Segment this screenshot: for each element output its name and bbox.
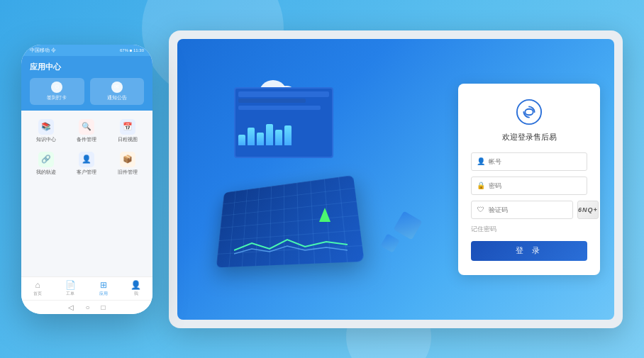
phone-bottom-nav: ⌂ 首页 📄 工单 ⊞ 应用 👤 我 — [21, 276, 152, 300]
home-nav-label: 首页 — [33, 291, 42, 297]
workorder-nav-label: 工单 — [66, 291, 74, 297]
tablet-chart — [235, 113, 332, 148]
main-scene: 中国移动 令 67% ■ 11:30 应用中心 ⊙ 签到打卡 ✉ 通知公告 📚 … — [0, 0, 644, 358]
track-label: 我的轨迹 — [36, 169, 56, 176]
remember-row: 记住密码 — [471, 225, 587, 234]
chart-bar-1 — [238, 135, 245, 145]
svg-point-0 — [517, 99, 541, 123]
nav-me[interactable]: 👤 我 — [120, 280, 152, 297]
status-left: 中国移动 令 — [30, 47, 56, 54]
nav-workorder[interactable]: 📄 工单 — [54, 280, 87, 297]
laptop-illustration — [177, 39, 461, 320]
phone-status-bar: 中国移动 令 67% ■ 11:30 — [21, 45, 152, 56]
notice-label: 通知公告 — [107, 94, 127, 101]
laptop-screen: 欢迎登录售后易 👤 🔒 🛡 6NQ+ 记住密码 — [177, 39, 614, 320]
tablet-bar-3 — [238, 106, 321, 110]
checkin-label: 签到打卡 — [47, 94, 67, 101]
checkin-icon: ⊙ — [51, 82, 62, 93]
tablet-bar-2 — [238, 99, 306, 103]
captcha-image[interactable]: 6NQ+ — [577, 201, 599, 219]
track-icon: 🔗 — [38, 152, 54, 167]
lock-icon: 🔒 — [476, 181, 486, 189]
copyright-text: Copyright © 典后易 All Rights Reserved. 粤IC… — [458, 264, 600, 271]
chart-bar-3 — [257, 133, 264, 145]
home-gesture[interactable]: ○ — [85, 303, 89, 311]
grid-item-schedule[interactable]: 📅 日程视图 — [109, 116, 147, 146]
grid-item-customer[interactable]: 👤 客户管理 — [68, 149, 106, 179]
password-input[interactable] — [489, 182, 582, 189]
parts-label: 备件管理 — [77, 136, 96, 143]
schedule-label: 日程视图 — [118, 136, 138, 143]
apps-nav-label: 应用 — [99, 291, 108, 297]
me-nav-label: 我 — [134, 291, 138, 297]
grid-item-oldparts[interactable]: 📦 旧件管理 — [109, 149, 147, 179]
phone-app-center-title: 应用中心 — [30, 62, 144, 72]
captcha-field: 🛡 — [471, 201, 573, 219]
iso-scene — [191, 66, 447, 293]
logo-icon — [515, 98, 543, 126]
login-panel: 欢迎登录售后易 👤 🔒 🛡 6NQ+ 记住密码 — [458, 84, 600, 275]
shortcut-notice[interactable]: ✉ 通知公告 — [90, 78, 145, 105]
wave-chart — [234, 236, 348, 257]
phone-body: 📚 知识中心 🔍 备件管理 📅 日程视图 🔗 我的轨迹 👤 客户管 — [21, 111, 152, 276]
phone-gesture-bar: ◁ ○ □ — [21, 300, 152, 314]
schedule-icon: 📅 — [120, 119, 135, 135]
oldparts-icon: 📦 — [120, 152, 135, 167]
laptop-mockup: 欢迎登录售后易 👤 🔒 🛡 6NQ+ 记住密码 — [169, 30, 623, 328]
float-cube-1 — [394, 211, 423, 240]
apps-nav-icon: ⊞ — [100, 280, 107, 290]
login-logo — [471, 98, 587, 126]
chart-bar-2 — [248, 128, 255, 145]
password-field: 🔒 — [471, 177, 587, 195]
knowledge-icon: 📚 — [38, 119, 54, 135]
shield-icon: 🛡 — [476, 206, 486, 213]
chart-bar-6 — [284, 125, 292, 145]
grid-item-knowledge[interactable]: 📚 知识中心 — [27, 116, 65, 146]
username-input[interactable] — [489, 158, 582, 165]
oldparts-label: 旧件管理 — [118, 169, 138, 176]
recent-gesture[interactable]: □ — [101, 303, 106, 311]
chart-bar-5 — [275, 130, 282, 145]
user-icon: 👤 — [476, 157, 486, 165]
trend-arrow — [319, 208, 331, 222]
username-field: 👤 — [471, 152, 587, 171]
phone-mockup: 中国移动 令 67% ■ 11:30 应用中心 ⊙ 签到打卡 ✉ 通知公告 📚 … — [21, 45, 152, 314]
back-gesture[interactable]: ◁ — [68, 303, 74, 311]
parts-icon: 🔍 — [79, 119, 94, 135]
notice-icon: ✉ — [111, 82, 123, 93]
float-cube-2 — [381, 233, 400, 252]
me-nav-icon: 👤 — [131, 280, 141, 290]
chart-bar-4 — [266, 124, 273, 145]
nav-home[interactable]: ⌂ 首页 — [21, 280, 54, 297]
nav-apps[interactable]: ⊞ 应用 — [87, 280, 120, 297]
knowledge-label: 知识中心 — [36, 136, 56, 143]
phone-app-grid: 📚 知识中心 🔍 备件管理 📅 日程视图 🔗 我的轨迹 👤 客户管 — [27, 116, 147, 179]
logo-svg — [516, 99, 543, 125]
tablet-screen — [234, 87, 333, 158]
phone-shortcuts: ⊙ 签到打卡 ✉ 通知公告 — [30, 78, 144, 105]
tablet-bar-1 — [238, 91, 329, 97]
grid-item-parts[interactable]: 🔍 备件管理 — [68, 116, 106, 146]
captcha-row: 🛡 6NQ+ — [471, 201, 587, 219]
status-right: 67% ■ 11:30 — [120, 48, 144, 52]
shortcut-checkin[interactable]: ⊙ 签到打卡 — [30, 78, 84, 105]
customer-icon: 👤 — [79, 152, 94, 167]
grid-item-track[interactable]: 🔗 我的轨迹 — [27, 149, 65, 179]
phone-header: 应用中心 ⊙ 签到打卡 ✉ 通知公告 — [21, 56, 152, 111]
workorder-nav-icon: 📄 — [65, 280, 76, 290]
customer-label: 客户管理 — [77, 169, 96, 176]
captcha-input[interactable] — [489, 206, 568, 213]
login-title: 欢迎登录售后易 — [471, 132, 587, 142]
home-nav-icon: ⌂ — [35, 280, 40, 290]
login-button[interactable]: 登 录 — [471, 241, 587, 261]
